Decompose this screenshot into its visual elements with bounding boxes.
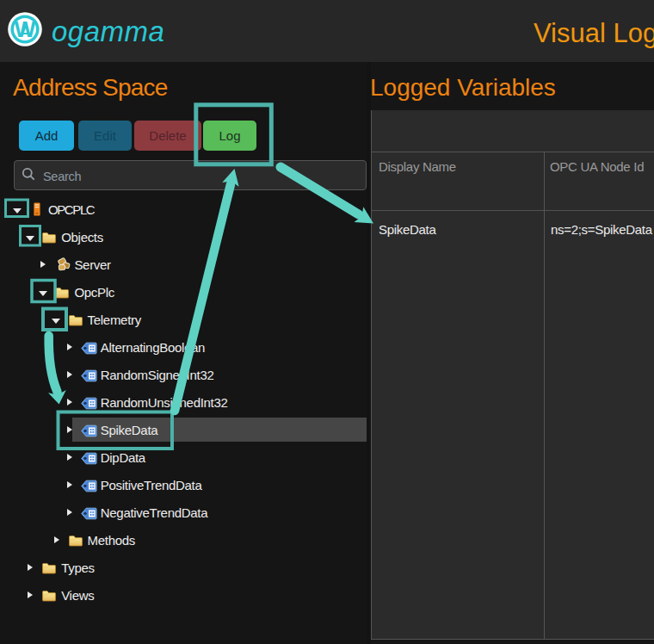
svg-text:A: A [20,22,32,40]
